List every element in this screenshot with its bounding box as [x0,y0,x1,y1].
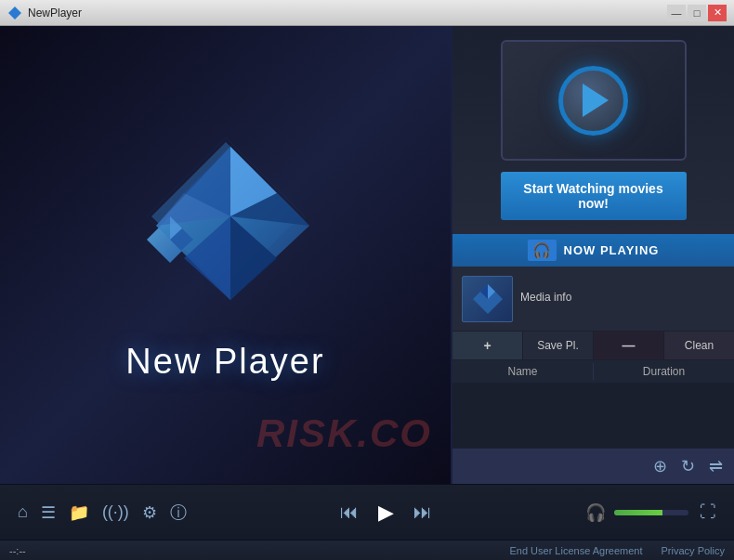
right-panel: Start Watching movies now! 🎧 NOW PLAYING… [451,26,734,484]
save-pl-label: Save Pl. [537,339,579,352]
radio-icon[interactable]: ((·)) [98,499,133,526]
preview-area: Start Watching movies now! [452,26,734,234]
settings-icon[interactable]: ⚙ [138,499,161,527]
repeat-icon[interactable]: ↻ [681,456,695,476]
preview-box [501,40,687,161]
svg-marker-0 [8,7,21,20]
playlist-area[interactable] [452,384,734,448]
name-column-header: Name [452,360,593,383]
privacy-policy-link[interactable]: Privacy Policy [662,545,725,556]
previous-button[interactable]: ⏮ [333,498,366,527]
playback-controls: ⏮ ▶ ⏭ [200,497,572,528]
clean-playlist-button[interactable]: Clean [664,332,734,359]
volume-bar[interactable] [614,510,688,515]
media-thumbnail [462,276,513,322]
volume-area: 🎧 [582,499,688,527]
play-triangle-icon [583,84,609,117]
video-panel: New Player RISK.CO [0,26,451,484]
maximize-button[interactable]: □ [688,5,706,21]
start-watching-button[interactable]: Start Watching movies now! [501,172,687,220]
media-info-label: Media info [520,291,725,304]
playlist-icon[interactable]: ☰ [37,499,59,527]
minus-icon: — [623,338,636,353]
media-info-area: Media info [452,267,734,332]
now-playing-label: NOW PLAYING [564,243,660,257]
media-info-content: Media info [520,291,725,307]
title-bar-text: NewPlayer [28,7,667,20]
main-content: New Player RISK.CO Start Watching movies… [0,26,734,484]
next-button[interactable]: ⏭ [406,498,439,527]
preview-play-button[interactable] [558,66,628,136]
home-icon[interactable]: ⌂ [14,499,32,526]
close-button[interactable]: ✕ [708,5,727,21]
eula-link[interactable]: End User License Agreement [509,545,642,556]
fullscreen-icon[interactable]: ⛶ [696,499,720,526]
shuffle-icon[interactable]: ⇌ [709,456,723,476]
now-playing-header: 🎧 NOW PLAYING [452,234,734,267]
remove-playlist-button[interactable]: — [594,332,663,359]
playlist-columns: Name Duration [452,360,734,384]
info-icon[interactable]: ⓘ [166,498,190,527]
cast-icon[interactable]: ⊕ [653,456,667,476]
logo-container: New Player [124,128,328,382]
playlist-controls: + Save Pl. — Clean [452,332,734,360]
minimize-button[interactable]: — [667,5,686,21]
plus-icon: + [483,338,491,353]
app-icon [7,6,22,20]
play-pause-button[interactable]: ▶ [371,497,401,528]
clean-label: Clean [685,339,714,352]
time-display: --:-- [9,545,509,556]
status-links: End User License Agreement Privacy Polic… [509,545,725,556]
volume-fill [614,510,662,515]
logo-svg [124,128,328,332]
headphone-icon: 🎧 [528,240,557,261]
app-name-text: New Player [125,342,324,382]
add-playlist-button[interactable]: + [452,332,522,359]
bottom-control-bar: ⌂ ☰ 📁 ((·)) ⚙ ⓘ ⏮ ▶ ⏭ 🎧 ⛶ [0,484,734,540]
right-controls: 🎧 ⛶ [582,499,720,527]
title-bar-controls: — □ ✕ [667,5,727,21]
status-bar: --:-- End User License Agreement Privacy… [0,540,734,560]
headphone-volume-icon[interactable]: 🎧 [582,499,609,527]
folder-icon[interactable]: 📁 [65,499,93,527]
title-bar: NewPlayer — □ ✕ [0,0,734,26]
save-playlist-button[interactable]: Save Pl. [523,332,593,359]
left-controls: ⌂ ☰ 📁 ((·)) ⚙ ⓘ [14,498,190,527]
right-bottom-bar: ⊕ ↻ ⇌ [452,448,734,484]
watermark: RISK.CO [256,411,432,456]
duration-column-header: Duration [594,360,734,383]
